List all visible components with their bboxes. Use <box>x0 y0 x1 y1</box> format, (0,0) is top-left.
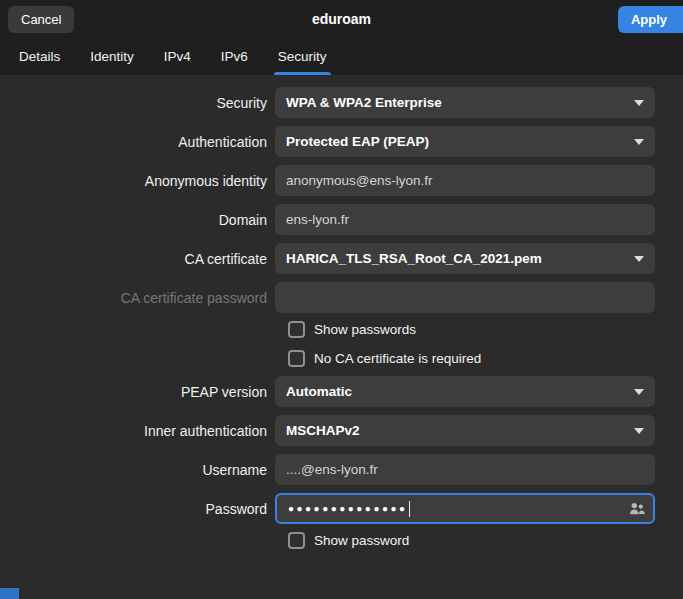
password-row: Password ●●●●●●●●●●●●●● <box>0 493 655 524</box>
ca-certificate-dropdown[interactable]: HARICA_TLS_RSA_Root_CA_2021.pem <box>275 243 655 274</box>
security-label: Security <box>0 95 275 111</box>
inner-authentication-row: Inner authentication MSCHAPv2 <box>0 415 655 446</box>
domain-row: Domain ens-lyon.fr <box>0 204 655 235</box>
chevron-down-icon <box>634 389 644 395</box>
anonymous-identity-row: Anonymous identity anonymous@ens-lyon.fr <box>0 165 655 196</box>
inner-authentication-label: Inner authentication <box>0 423 275 439</box>
password-input[interactable]: ●●●●●●●●●●●●●● <box>275 493 655 524</box>
tab-bar: Details Identity IPv4 IPv6 Security <box>0 38 683 75</box>
text-cursor <box>409 501 411 517</box>
window-title: eduroam <box>0 11 683 27</box>
security-value: WPA & WPA2 Enterprise <box>286 95 626 110</box>
password-label: Password <box>0 501 275 517</box>
ca-certificate-password-label: CA certificate password <box>0 290 275 306</box>
show-passwords-label: Show passwords <box>314 322 416 337</box>
chevron-down-icon <box>634 428 644 434</box>
anonymous-identity-label: Anonymous identity <box>0 173 275 189</box>
ca-certificate-value: HARICA_TLS_RSA_Root_CA_2021.pem <box>286 251 626 266</box>
show-password-label: Show password <box>314 533 409 548</box>
authentication-label: Authentication <box>0 134 275 150</box>
security-form: Security WPA & WPA2 Enterprise Authentic… <box>0 75 683 599</box>
username-label: Username <box>0 462 275 478</box>
peap-version-value: Automatic <box>286 384 626 399</box>
username-row: Username ....@ens-lyon.fr <box>0 454 655 485</box>
authentication-row: Authentication Protected EAP (PEAP) <box>0 126 655 157</box>
show-passwords-row[interactable]: Show passwords <box>288 321 683 338</box>
background-window-artifact <box>0 588 19 599</box>
authentication-dropdown[interactable]: Protected EAP (PEAP) <box>275 126 655 157</box>
ca-certificate-password-row: CA certificate password <box>0 282 655 313</box>
chevron-down-icon <box>634 100 644 106</box>
authentication-value: Protected EAP (PEAP) <box>286 134 626 149</box>
titlebar: Cancel eduroam Apply <box>0 0 683 38</box>
anonymous-identity-input[interactable]: anonymous@ens-lyon.fr <box>275 165 655 196</box>
peap-version-label: PEAP version <box>0 384 275 400</box>
ca-certificate-password-input[interactable] <box>275 282 655 313</box>
anonymous-identity-value: anonymous@ens-lyon.fr <box>286 173 644 188</box>
tab-security[interactable]: Security <box>263 38 342 75</box>
inner-authentication-dropdown[interactable]: MSCHAPv2 <box>275 415 655 446</box>
password-storage-icon[interactable] <box>629 501 645 517</box>
security-dropdown[interactable]: WPA & WPA2 Enterprise <box>275 87 655 118</box>
show-password-checkbox[interactable] <box>288 532 305 549</box>
inner-authentication-value: MSCHAPv2 <box>286 423 626 438</box>
domain-value: ens-lyon.fr <box>286 212 644 227</box>
domain-label: Domain <box>0 212 275 228</box>
cancel-button[interactable]: Cancel <box>8 6 74 33</box>
apply-button[interactable]: Apply <box>618 6 683 33</box>
chevron-down-icon <box>634 139 644 145</box>
security-row: Security WPA & WPA2 Enterprise <box>0 87 655 118</box>
tab-ipv6[interactable]: IPv6 <box>206 38 263 75</box>
username-value: ....@ens-lyon.fr <box>286 462 644 477</box>
domain-input[interactable]: ens-lyon.fr <box>275 204 655 235</box>
peap-version-row: PEAP version Automatic <box>0 376 655 407</box>
chevron-down-icon <box>634 256 644 262</box>
no-ca-certificate-label: No CA certificate is required <box>314 351 481 366</box>
show-password-row[interactable]: Show password <box>288 532 683 549</box>
no-ca-certificate-row[interactable]: No CA certificate is required <box>288 350 683 367</box>
tab-ipv4[interactable]: IPv4 <box>149 38 206 75</box>
tab-details[interactable]: Details <box>4 38 75 75</box>
no-ca-certificate-checkbox[interactable] <box>288 350 305 367</box>
peap-version-dropdown[interactable]: Automatic <box>275 376 655 407</box>
ca-certificate-label: CA certificate <box>0 251 275 267</box>
username-input[interactable]: ....@ens-lyon.fr <box>275 454 655 485</box>
show-passwords-checkbox[interactable] <box>288 321 305 338</box>
ca-certificate-row: CA certificate HARICA_TLS_RSA_Root_CA_20… <box>0 243 655 274</box>
password-masked-value: ●●●●●●●●●●●●●● <box>288 503 408 514</box>
tab-identity[interactable]: Identity <box>75 38 149 75</box>
